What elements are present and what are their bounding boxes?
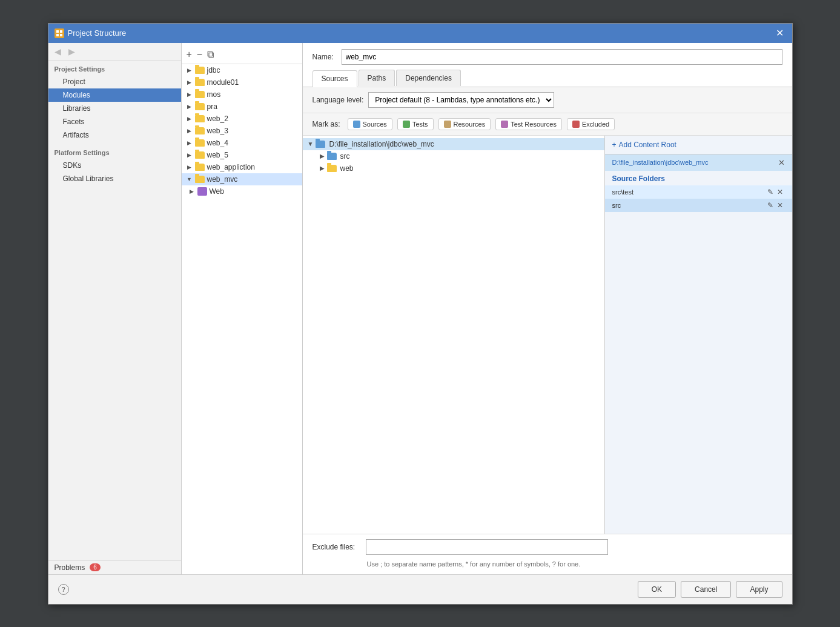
language-label: Language level: bbox=[313, 96, 364, 104]
mark-test-resources-button[interactable]: Test Resources bbox=[495, 118, 562, 130]
project-settings-label: Project Settings bbox=[48, 61, 181, 75]
exclude-files-input[interactable] bbox=[366, 539, 608, 555]
content-web-row[interactable]: ▶ web bbox=[303, 162, 604, 174]
folder-icon bbox=[195, 151, 205, 159]
tree-item-web2[interactable]: ▶ web_2 bbox=[182, 113, 302, 125]
add-module-button[interactable]: + bbox=[185, 48, 193, 61]
title-bar: Project Structure ✕ bbox=[48, 24, 792, 43]
tree-item-web4[interactable]: ▶ web_4 bbox=[182, 137, 302, 149]
resources-dot bbox=[444, 121, 451, 128]
folder-icon bbox=[195, 79, 205, 86]
sidebar-item-sdks[interactable]: SDKs bbox=[48, 159, 181, 172]
dialog-title: Project Structure bbox=[68, 28, 127, 38]
tree-item-module01[interactable]: ▶ module01 bbox=[182, 76, 302, 88]
content-area: ▼ D:\file_installation\jdbc\web_mvc ▶ sr… bbox=[303, 136, 792, 534]
folder-icon bbox=[195, 67, 205, 74]
sources-dot bbox=[353, 121, 360, 128]
tree-item-web3[interactable]: ▶ web_3 bbox=[182, 125, 302, 137]
tree-item-web-appliction[interactable]: ▶ web_appliction bbox=[182, 161, 302, 173]
expand-arrow: ▶ bbox=[185, 114, 194, 123]
copy-module-button[interactable]: ⧉ bbox=[206, 48, 215, 61]
expand-arrow: ▶ bbox=[185, 163, 194, 171]
mark-excluded-button[interactable]: Excluded bbox=[567, 118, 615, 130]
forward-button[interactable]: ▶ bbox=[66, 45, 78, 58]
source-folder-item-srctest: src\test ✎ ✕ bbox=[605, 185, 792, 199]
help-button[interactable]: ? bbox=[58, 584, 69, 595]
structure-icon bbox=[55, 28, 64, 38]
sidebar-item-modules[interactable]: Modules bbox=[48, 88, 181, 102]
mark-sources-button[interactable]: Sources bbox=[348, 118, 392, 130]
add-content-root-button[interactable]: + Add Content Root bbox=[605, 136, 792, 154]
name-input[interactable] bbox=[342, 49, 782, 65]
mark-tests-button[interactable]: Tests bbox=[397, 118, 434, 130]
folder-icon bbox=[195, 115, 205, 122]
main-content: Name: Sources Paths Dependencies Languag… bbox=[303, 43, 792, 574]
remove-source-folder-button-0[interactable]: ✕ bbox=[775, 187, 785, 197]
folder-icon bbox=[195, 127, 205, 134]
close-content-root-button[interactable]: ✕ bbox=[778, 158, 785, 167]
content-tree-panel: ▼ D:\file_installation\jdbc\web_mvc ▶ sr… bbox=[303, 136, 604, 534]
apply-button[interactable]: Apply bbox=[736, 581, 782, 598]
exclude-files-label: Exclude files: bbox=[313, 543, 361, 551]
expand-arrow: ▶ bbox=[185, 78, 194, 87]
sidebar-item-global-libraries[interactable]: Global Libraries bbox=[48, 172, 181, 185]
tab-paths[interactable]: Paths bbox=[359, 70, 395, 86]
tree-item-web5[interactable]: ▶ web_5 bbox=[182, 149, 302, 161]
content-src-row[interactable]: ▶ src bbox=[303, 150, 604, 162]
mark-resources-button[interactable]: Resources bbox=[438, 118, 491, 130]
exclude-files-row: Exclude files: bbox=[303, 534, 792, 560]
tab-dependencies[interactable]: Dependencies bbox=[396, 70, 461, 86]
web-icon bbox=[197, 187, 207, 196]
close-button[interactable]: ✕ bbox=[774, 27, 786, 39]
tab-sources[interactable]: Sources bbox=[313, 70, 357, 87]
nav-buttons: ◀ ▶ bbox=[48, 43, 181, 61]
mark-as-label: Mark as: bbox=[313, 120, 340, 128]
language-select[interactable]: Project default (8 - Lambdas, type annot… bbox=[368, 92, 554, 108]
back-button[interactable]: ◀ bbox=[52, 45, 64, 58]
tests-dot bbox=[403, 121, 410, 128]
source-folder-item-src: src ✎ ✕ bbox=[605, 199, 792, 212]
edit-source-folder-button-0[interactable]: ✎ bbox=[766, 187, 775, 197]
excluded-dot bbox=[572, 121, 580, 128]
sidebar-item-libraries[interactable]: Libraries bbox=[48, 102, 181, 115]
tree-item-pra[interactable]: ▶ pra bbox=[182, 101, 302, 113]
ok-button[interactable]: OK bbox=[638, 581, 676, 598]
expand-arrow: ▶ bbox=[185, 102, 194, 111]
folder-icon bbox=[195, 91, 205, 98]
problems-row[interactable]: Problems 6 bbox=[48, 560, 181, 574]
tree-item-web[interactable]: ▶ Web bbox=[182, 185, 302, 197]
remove-source-folder-button-1[interactable]: ✕ bbox=[775, 201, 785, 210]
expand-arrow: ▶ bbox=[185, 90, 194, 99]
src-folder-icon bbox=[327, 153, 337, 160]
sidebar-item-artifacts[interactable]: Artifacts bbox=[48, 128, 181, 142]
expand-arrow: ▼ bbox=[185, 175, 194, 184]
platform-settings-label: Platform Settings bbox=[48, 144, 181, 159]
svg-rect-0 bbox=[56, 30, 59, 33]
folder-icon bbox=[195, 139, 205, 147]
sidebar-item-project[interactable]: Project bbox=[48, 75, 181, 88]
tree-item-jdbc[interactable]: ▶ jdbc bbox=[182, 64, 302, 76]
cancel-button[interactable]: Cancel bbox=[681, 581, 731, 598]
language-row: Language level: Project default (8 - Lam… bbox=[303, 87, 792, 113]
edit-source-folder-button-1[interactable]: ✎ bbox=[766, 201, 775, 210]
content-root-folder-icon bbox=[316, 141, 325, 148]
tree-item-web-mvc[interactable]: ▼ web_mvc bbox=[182, 173, 302, 185]
expand-arrow: ▶ bbox=[185, 151, 194, 159]
sidebar-item-facets[interactable]: Facets bbox=[48, 115, 181, 128]
project-structure-dialog: Project Structure ✕ ◀ ▶ Project Settings… bbox=[48, 23, 793, 605]
exclude-files-hint: Use ; to separate name patterns, * for a… bbox=[303, 560, 792, 574]
folder-icon bbox=[195, 164, 205, 171]
mark-as-row: Mark as: Sources Tests Resources Test Re… bbox=[303, 113, 792, 136]
name-row: Name: bbox=[303, 43, 792, 70]
plus-icon: + bbox=[612, 141, 617, 149]
tabs-bar: Sources Paths Dependencies bbox=[303, 70, 792, 87]
module-tree: + − ⧉ ▶ jdbc ▶ module01 ▶ mos ▶ bbox=[182, 43, 303, 574]
svg-rect-3 bbox=[60, 34, 62, 36]
tree-item-mos[interactable]: ▶ mos bbox=[182, 88, 302, 101]
remove-module-button[interactable]: − bbox=[196, 48, 203, 61]
folder-icon bbox=[195, 176, 205, 183]
content-root-row[interactable]: ▼ D:\file_installation\jdbc\web_mvc bbox=[303, 138, 604, 150]
dialog-body: ◀ ▶ Project Settings Project Modules Lib… bbox=[48, 43, 792, 574]
folder-icon bbox=[195, 103, 205, 110]
name-label: Name: bbox=[313, 53, 337, 61]
